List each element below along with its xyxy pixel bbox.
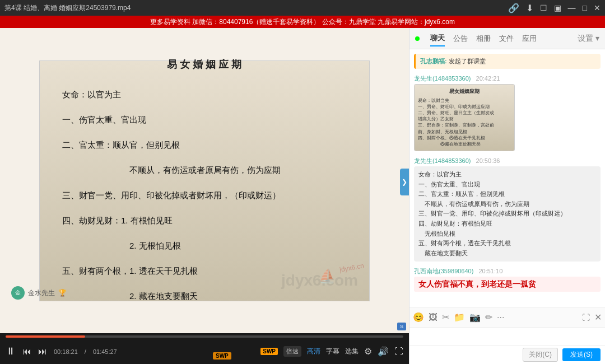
slide-line-8: 2. 藏在地支要翻天 <box>62 288 347 304</box>
online-indicator <box>415 36 420 41</box>
image-button[interactable]: 🖼 <box>429 312 438 323</box>
select-button[interactable]: 选集 <box>345 347 359 356</box>
avatar-text: 金 <box>15 289 21 297</box>
teacher-info: 金 金水先生 🏆 <box>11 286 67 300</box>
info-text: 更多易学资料 加微信：804407916（赠送千套易学资料） 公众号：九鼎学堂 … <box>150 17 455 27</box>
notice-bubble: 孔志鹏福: 发起了群课堂 <box>414 54 601 69</box>
time-elapsed: 00:18:21 <box>54 348 78 355</box>
chat-header: 聊天 公告 相册 文件 应用 设置 ▾ <box>409 28 605 49</box>
time-separator: / <box>85 348 86 355</box>
msg1-image[interactable]: 易女婚姻应期 易命：以财当先 一、男命、财旺印、印成为财运应期 二、男命、财旺、… <box>414 84 515 151</box>
tab-files[interactable]: 文件 <box>499 31 514 46</box>
msg3-header: 孔西南地(359890640) 20:51:10 <box>414 267 601 276</box>
chat-toolbar: 😊 🖼 ✂ 📁 📷 ✏ ··· ⛶ ✕ <box>409 307 605 327</box>
chat-message-1: 龙先生(1484853360) 20:42:21 易女婚姻应期 易命：以财当先 … <box>414 74 601 151</box>
msg2-bubble: 女命：以官为主 一、伤官太重、官出现 二、官太重：顺从官，但别见根 不顺从，有伤… <box>414 166 601 262</box>
video-slide: 易 女 婚 姻 应 期 女命：以官为主 一、伤官太重、官出现 二、官太重：顺从官… <box>39 60 370 301</box>
settings-label[interactable]: 设置 ▾ <box>578 34 599 44</box>
msg1-time: 20:42:21 <box>476 75 500 82</box>
notice-sender: 孔志鹏福: <box>420 58 447 64</box>
controls-row: ⏸ ⏮ ⏭ 00:18:21 / 01:45:27 SWP 倍速 高清 字幕 选… <box>6 341 403 362</box>
title-bar-controls[interactable]: 🔗 ⬇ ☐ ▣ — □ ✕ <box>508 3 601 13</box>
teacher-avatar: 金 <box>11 286 25 300</box>
screenshot-icon[interactable]: ☐ <box>540 3 547 12</box>
msg2-sender: 龙先生(1484853360) <box>414 157 471 164</box>
progress-fill <box>6 335 85 338</box>
msg3-time: 20:51:10 <box>478 268 502 274</box>
speed-badge: SWP <box>260 348 278 355</box>
maximize-icon[interactable]: □ <box>583 3 587 12</box>
right-panel: 聊天 公告 相册 文件 应用 设置 ▾ 孔志鹏福: 发起了群课堂 龙先生(148… <box>409 28 605 364</box>
settings-button[interactable]: ⚙ <box>364 346 372 357</box>
msg3-highlight: 女人伤官福不真，到老还是一孤贫 <box>414 277 601 292</box>
brand-s-icon: S <box>400 324 403 329</box>
volume-button[interactable]: 🔊 <box>378 346 389 357</box>
time-total: 01:45:27 <box>93 348 117 355</box>
msg1-header: 龙先生(1484853360) 20:42:21 <box>414 74 601 83</box>
slide-line-1: 一、伤官太重、官出现 <box>62 112 347 127</box>
download-icon[interactable]: ⬇ <box>526 3 533 13</box>
chat-send-row: 关闭(C) 发送(S) <box>409 345 605 364</box>
fullscreen-button[interactable]: ⛶ <box>394 347 403 357</box>
window-title: 第4课 结婚、离婚 婚姻应期24503979.mp4 <box>4 3 131 13</box>
share-icon[interactable]: 🔗 <box>508 3 519 13</box>
close-button[interactable]: 关闭(C) <box>523 348 558 362</box>
slide-line-3: 不顺从，有伤运或者原局有伤，伤为应期 <box>62 162 347 178</box>
photo-button[interactable]: 📷 <box>469 312 481 323</box>
msg1-sender: 龙先生(1484853360) <box>414 75 471 82</box>
next-button[interactable]: ⏭ <box>38 347 47 357</box>
pip-icon[interactable]: ▣ <box>554 3 561 12</box>
msg2-text: 女命：以官为主 一、伤官太重、官出现 二、官太重：顺从官，但别见根 不顺从，有伤… <box>418 170 596 258</box>
close-icon[interactable]: ✕ <box>594 3 601 12</box>
quality-button[interactable]: 高清 <box>307 347 320 356</box>
send-button[interactable]: 发送(S) <box>562 348 601 361</box>
notice-text: 发起了群课堂 <box>449 58 486 64</box>
emoji-button[interactable]: 😊 <box>413 312 424 323</box>
info-bar: 更多易学资料 加微信：804407916（赠送千套易学资料） 公众号：九鼎学堂 … <box>0 16 605 28</box>
tab-album[interactable]: 相册 <box>476 31 491 46</box>
slide-line-6: 2. 无根怕见根 <box>62 238 347 253</box>
video-controls[interactable]: ⏸ ⏮ ⏭ 00:18:21 / 01:45:27 SWP 倍速 高清 字幕 选… <box>0 333 409 364</box>
msg2-header: 龙先生(1484853360) 20:50:36 <box>414 157 601 165</box>
chat-input[interactable] <box>414 332 601 340</box>
chat-message-3: 孔西南地(359890640) 20:51:10 女人伤官福不真，到老还是一孤贫 <box>414 267 601 292</box>
controls-left: ⏸ ⏮ ⏭ 00:18:21 / 01:45:27 <box>6 346 117 357</box>
speed-button[interactable]: 倍速 <box>283 346 301 357</box>
controls-right: SWP 倍速 高清 字幕 选集 ⚙ 🔊 ⛶ <box>260 346 403 357</box>
tab-chat[interactable]: 聊天 <box>430 31 445 46</box>
slide-title: 易 女 婚 姻 应 期 <box>62 58 347 71</box>
prev-button[interactable]: ⏮ <box>22 347 31 357</box>
video-area[interactable]: 易 女 婚 姻 应 期 女命：以官为主 一、伤官太重、官出现 二、官太重：顺从官… <box>0 28 409 333</box>
chat-area: 孔志鹏福: 发起了群课堂 龙先生(1484853360) 20:42:21 易女… <box>409 49 605 307</box>
progress-bar[interactable] <box>6 335 403 338</box>
expand-icon[interactable]: ⛶ <box>582 313 590 322</box>
teacher-name: 金水先生 <box>28 288 55 298</box>
msg3-sender: 孔西南地(359890640) <box>414 268 473 274</box>
panel-expand-button[interactable]: ❯ <box>400 169 409 195</box>
tab-notice[interactable]: 公告 <box>453 31 468 46</box>
video-main: 易 女 婚 姻 应 期 女命：以官为主 一、伤官太重、官出现 二、官太重：顺从官… <box>0 28 409 364</box>
tab-apps[interactable]: 应用 <box>522 31 537 46</box>
folder-button[interactable]: 📁 <box>454 312 465 323</box>
msg3-text: 女人伤官福不真，到老还是一孤贫 <box>418 279 536 288</box>
title-bar: 第4课 结婚、离婚 婚姻应期24503979.mp4 🔗 ⬇ ☐ ▣ — □ ✕ <box>0 0 605 16</box>
teacher-badge-icon: 🏆 <box>58 289 67 297</box>
swp-badge: SWP <box>213 352 231 360</box>
corner-brand: S <box>397 323 406 330</box>
msg2-time: 20:50:36 <box>476 157 500 164</box>
slide-line-2: 二、官太重：顺从官，但别见根 <box>62 137 347 152</box>
chat-message-2: 龙先生(1484853360) 20:50:36 女命：以官为主 一、伤官太重、… <box>414 157 601 262</box>
system-notice: 孔志鹏福: 发起了群课堂 <box>414 54 601 69</box>
cut-button[interactable]: ✂ <box>442 312 449 323</box>
boat-decoration: ⛵ <box>319 268 336 284</box>
close-chat-icon[interactable]: ✕ <box>594 312 602 323</box>
play-pause-button[interactable]: ⏸ <box>6 346 16 357</box>
more-button[interactable]: ··· <box>497 312 504 323</box>
slide-line-5: 四、劫财见财：1. 有根怕见旺 <box>62 213 347 228</box>
slide-line-4: 三、财官一党、用印、印被化掉或者财坏用，（印或财运） <box>62 188 347 203</box>
chat-input-area[interactable] <box>409 327 605 345</box>
minimize-icon[interactable]: — <box>568 3 576 12</box>
slide-line-0: 女命：以官为主 <box>62 87 347 102</box>
draw-button[interactable]: ✏ <box>485 312 492 323</box>
subtitle-button[interactable]: 字幕 <box>326 347 339 356</box>
